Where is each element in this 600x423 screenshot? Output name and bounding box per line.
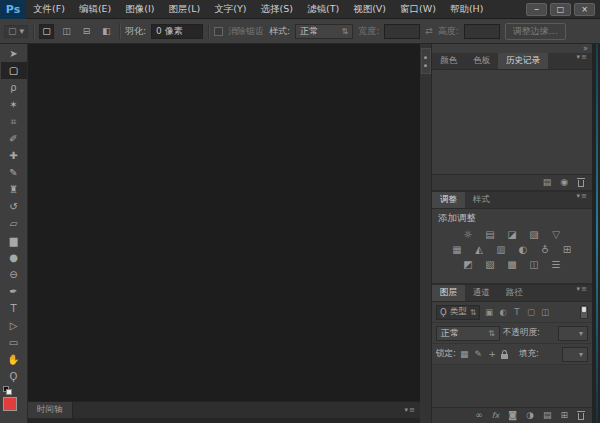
new-selection-button[interactable]: ▢ — [39, 24, 54, 39]
maximize-button[interactable]: □ — [550, 3, 571, 16]
clone-stamp-tool[interactable]: ♜ — [1, 181, 27, 198]
layer-filter-dropdown[interactable]: Ϙ 类型 ⇅ — [436, 305, 480, 320]
panel-menu-icon[interactable]: ▾≡ — [577, 53, 592, 69]
color-balance-icon[interactable]: ◭ — [472, 243, 487, 256]
history-brush-tool[interactable]: ↺ — [1, 198, 27, 215]
refine-edge-button[interactable]: 调整边缘… — [505, 23, 566, 40]
filter-type-layers-icon[interactable]: T — [511, 307, 522, 317]
black-white-icon[interactable]: ▥ — [494, 243, 509, 256]
panel-menu-icon[interactable]: ▾≡ — [577, 285, 592, 301]
invert-icon[interactable]: ◩ — [461, 258, 476, 271]
zoom-tool[interactable]: Ϙ — [1, 368, 27, 385]
menu-select[interactable]: 选择(S) — [253, 3, 299, 16]
layer-style-icon[interactable]: fx — [492, 412, 500, 420]
default-colors-icon[interactable] — [3, 386, 13, 395]
subtract-from-selection-button[interactable]: ⊟ — [79, 24, 94, 39]
menu-type[interactable]: 文字(Y) — [207, 3, 253, 16]
brush-tool[interactable]: ✎ — [1, 164, 27, 181]
close-button[interactable]: × — [574, 3, 595, 16]
new-snapshot-icon[interactable]: ◉ — [560, 178, 568, 187]
gradient-map-icon[interactable]: ◫ — [527, 258, 542, 271]
posterize-icon[interactable]: ▧ — [483, 258, 498, 271]
quick-selection-tool[interactable]: ✶ — [1, 96, 27, 113]
antialias-checkbox[interactable] — [214, 27, 223, 36]
add-to-selection-button[interactable]: ◫ — [59, 24, 74, 39]
menu-layer[interactable]: 图层(L) — [162, 3, 208, 16]
new-layer-icon[interactable]: ⊞ — [560, 411, 568, 420]
rectangular-marquee-tool[interactable]: ▢ — [1, 62, 27, 79]
timeline-menu-icon[interactable]: ▾≡ — [405, 406, 420, 414]
tab-swatches[interactable]: 色板 — [465, 53, 498, 69]
tab-styles[interactable]: 样式 — [465, 192, 498, 208]
eraser-tool[interactable]: ▱ — [1, 215, 27, 232]
menu-image[interactable]: 图像(I) — [118, 3, 161, 16]
feather-input[interactable]: 0 像素 — [151, 24, 203, 39]
path-selection-tool[interactable]: ▷ — [1, 317, 27, 334]
new-adjustment-layer-icon[interactable]: ◑ — [526, 411, 534, 420]
menu-filter[interactable]: 滤镜(T) — [300, 3, 346, 16]
collapse-dock-button[interactable]: » — [583, 45, 588, 53]
selective-color-icon[interactable]: ☰ — [549, 258, 564, 271]
menu-file[interactable]: 文件(F) — [26, 3, 72, 16]
tab-layers[interactable]: 图层 — [432, 285, 465, 301]
healing-brush-tool[interactable]: ✚ — [1, 147, 27, 164]
filter-shape-layers-icon[interactable]: ▢ — [525, 307, 536, 317]
blur-tool[interactable]: ● — [1, 249, 27, 266]
hand-tool[interactable]: ✋ — [1, 351, 27, 368]
height-input[interactable] — [464, 24, 500, 39]
fill-dropdown[interactable]: ▾ — [562, 347, 588, 362]
lasso-tool[interactable]: ρ — [1, 79, 27, 96]
lock-transparency-icon[interactable]: ▦ — [459, 349, 470, 359]
new-document-from-state-icon[interactable]: ▤ — [543, 178, 552, 187]
curves-icon[interactable]: ◪ — [505, 228, 520, 241]
tab-paths[interactable]: 路径 — [498, 285, 531, 301]
width-input[interactable] — [384, 24, 420, 39]
menu-view[interactable]: 视图(V) — [346, 3, 393, 16]
layer-filtering-toggle[interactable] — [580, 305, 588, 319]
delete-layer-icon[interactable] — [577, 411, 585, 420]
style-dropdown[interactable]: 正常 ⇅ — [295, 24, 353, 39]
collapsed-panel-tab[interactable]: ▪ ▪ — [421, 48, 431, 74]
move-tool[interactable]: ➤ — [1, 45, 27, 62]
filter-adjustment-layers-icon[interactable]: ◐ — [497, 307, 508, 317]
tool-preset-picker[interactable]: ▢ ▾ — [4, 25, 28, 38]
levels-icon[interactable]: ▤ — [483, 228, 498, 241]
pen-tool[interactable]: ✒ — [1, 283, 27, 300]
gradient-tool[interactable]: ▆ — [1, 232, 27, 249]
lock-position-icon[interactable]: + — [487, 349, 498, 359]
channel-mixer-icon[interactable]: ♁ — [538, 243, 553, 256]
menu-window[interactable]: 窗口(W) — [393, 3, 443, 16]
threshold-icon[interactable]: ▩ — [505, 258, 520, 271]
tab-history[interactable]: 历史记录 — [498, 53, 548, 69]
menu-help[interactable]: 帮助(H) — [443, 3, 491, 16]
tab-color[interactable]: 颜色 — [432, 53, 465, 69]
tab-adjustments[interactable]: 调整 — [432, 192, 465, 208]
crop-tool[interactable]: ⌗ — [1, 113, 27, 130]
intersect-selection-button[interactable]: ◧ — [99, 24, 114, 39]
hue-saturation-icon[interactable]: ▦ — [450, 243, 465, 256]
color-lookup-icon[interactable]: ⊞ — [560, 243, 575, 256]
brightness-contrast-icon[interactable]: ☼ — [461, 228, 476, 241]
tab-channels[interactable]: 通道 — [465, 285, 498, 301]
vibrance-icon[interactable]: ▽ — [549, 228, 564, 241]
filter-smart-objects-icon[interactable]: ◫ — [539, 307, 550, 317]
tab-timeline[interactable]: 时间轴 — [28, 402, 73, 418]
blend-mode-dropdown[interactable]: 正常 ⇅ — [436, 326, 500, 341]
add-layer-mask-icon[interactable]: ◙ — [508, 411, 517, 420]
menu-edit[interactable]: 编辑(E) — [72, 3, 118, 16]
lock-pixels-icon[interactable]: ✎ — [473, 349, 484, 359]
delete-state-icon[interactable] — [577, 178, 585, 187]
panel-menu-icon[interactable]: ▾≡ — [577, 192, 592, 208]
minimize-button[interactable]: ‒ — [526, 3, 547, 16]
exposure-icon[interactable]: ▨ — [527, 228, 542, 241]
dodge-tool[interactable]: ⊖ — [1, 266, 27, 283]
foreground-color-swatch[interactable] — [3, 397, 17, 411]
type-tool[interactable]: T — [1, 300, 27, 317]
link-layers-icon[interactable]: ∞ — [475, 411, 483, 420]
new-group-icon[interactable]: ▤ — [543, 411, 552, 420]
filter-pixel-layers-icon[interactable]: ▣ — [483, 307, 494, 317]
eyedropper-tool[interactable]: ✐ — [1, 130, 27, 147]
swap-dimensions-icon[interactable]: ⇄ — [425, 26, 433, 36]
lock-all-icon[interactable] — [501, 350, 508, 359]
opacity-dropdown[interactable]: ▾ — [558, 326, 588, 341]
